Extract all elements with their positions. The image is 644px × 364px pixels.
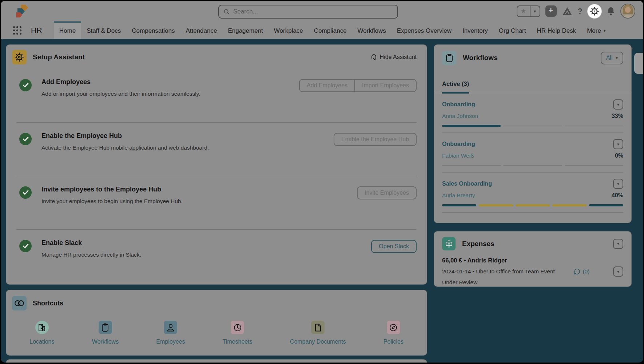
enable-employee-hub-button[interactable]: Enable the Employee Hub [334,133,417,146]
task-title: Enable Slack [41,239,141,247]
global-search [218,5,398,19]
check-circle-icon [19,79,32,91]
progress-bar [442,125,623,127]
plus-icon: + [549,6,553,15]
tab-expenses-overview[interactable]: Expenses Overview [391,21,457,39]
chevron-down-icon: ▾ [617,182,619,186]
tab-inventory[interactable]: Inventory [457,21,493,39]
shortcut-timesheets[interactable]: Timesheets [223,321,253,345]
workflows-title: Workflows [463,54,498,62]
task-title: Add Employees [41,78,200,86]
tab-compensations[interactable]: Compensations [126,21,180,39]
chevron-down-icon: ▾ [604,28,606,33]
app-label: HR [31,26,42,35]
chevron-down-icon: ▾ [617,269,619,274]
workflow-expand-button[interactable]: ▾ [613,139,623,149]
user-avatar[interactable] [620,4,635,19]
progress-bar [442,165,623,167]
task-description: Activate the Employee Hub mobile applica… [41,145,209,151]
shortcut-employees[interactable]: Employees [156,321,185,345]
tab-engagement[interactable]: Engagement [222,21,268,39]
check-circle-icon [19,186,32,199]
chevron-down-icon: ▾ [616,56,618,60]
setup-task-invite-employees: Invite employees to the Employee Hub Inv… [16,176,417,229]
check-circle-icon [19,240,32,252]
help-icon: ? [578,7,583,16]
expense-detail-line: 2024-01-14 • Uber to Office from Team Ev… [442,268,555,275]
setup-assistant-panel: Setup Assistant Hide Assistant Add Emplo… [6,44,427,285]
top-bar: ★ ▾ + ? [1,1,643,21]
task-description: Add or import your employees and their i… [41,91,200,97]
favorites-star-button[interactable]: ★ [517,6,530,16]
expenses-panel: Expenses ▾ 66,00 € • Andris Ridger 2024-… [434,231,632,287]
invite-employees-button[interactable]: Invite Employees [357,186,417,199]
person-icon [167,323,175,332]
setup-gear-icon [15,52,24,62]
expense-entry: 66,00 € • Andris Ridger 2024-01-14 • Ube… [434,250,631,286]
document-icon [314,323,322,332]
import-employees-button[interactable]: Import Employees [355,79,417,92]
building-icon [37,323,46,332]
star-icon: ★ [521,7,526,15]
tab-home[interactable]: Home [54,21,81,39]
gear-icon [590,7,599,16]
expenses-expand-button[interactable]: ▾ [613,239,623,249]
side-drawer-handle[interactable] [634,53,643,74]
progress-percent: 0% [615,153,623,159]
tab-compliance[interactable]: Compliance [309,21,352,39]
compass-icon [389,323,398,332]
clipboard-icon [445,54,453,63]
task-description: Invite your employees to begin using the… [41,198,183,205]
task-title: Invite employees to the Employee Hub [41,186,183,193]
check-circle-icon [19,133,32,145]
chevron-down-icon: ▾ [617,142,619,147]
favorites-caret-button[interactable]: ▾ [530,6,540,16]
shortcut-workflows[interactable]: Workflows [92,321,119,345]
nav-tabs: Home Staff & Docs Compensations Attendan… [54,21,611,39]
tab-hr-help-desk[interactable]: HR Help Desk [532,21,582,39]
progress-percent: 40% [612,192,623,199]
shortcut-policies[interactable]: Policies [383,321,404,345]
workflows-filter-dropdown[interactable]: All ▾ [601,52,623,64]
setup-task-enable-slack: Enable Slack Manage HR processes directl… [16,229,417,283]
tab-workplace[interactable]: Workplace [269,21,309,39]
expenses-tile [442,237,456,250]
notifications-button[interactable] [607,7,615,16]
quick-add-button[interactable]: + [545,5,557,17]
task-description: Manage HR processes directly in Slack. [41,252,141,258]
expense-expand-button[interactable]: ▾ [613,266,623,277]
expense-comments[interactable]: (0) [574,268,589,275]
add-employees-button[interactable]: Add Employees [299,79,355,92]
tab-more[interactable]: More▾ [581,21,611,39]
setup-task-enable-hub: Enable the Employee Hub Activate the Emp… [16,122,417,176]
setup-assistant-title: Setup Assistant [33,53,85,61]
shortcuts-tile [12,296,27,310]
workflow-expand-button[interactable]: ▾ [613,179,623,189]
settings-button-highlighted[interactable] [588,4,601,18]
marketplace-button[interactable] [562,7,573,16]
search-input[interactable] [233,8,393,15]
shortcut-company-documents[interactable]: Company Documents [290,321,346,345]
expense-receipt-icon [445,240,453,248]
clipboard-icon [101,323,109,332]
tab-staff-docs[interactable]: Staff & Docs [81,21,126,39]
tab-active-workflows[interactable]: Active (3) [442,80,469,94]
open-slack-button[interactable]: Open Slack [371,240,417,253]
task-title: Enable the Employee Hub [41,132,209,140]
expense-status: Under Review [442,279,623,286]
shortcut-locations[interactable]: Locations [29,321,55,345]
tab-workflows[interactable]: Workflows [352,21,391,39]
tab-attendance[interactable]: Attendance [180,21,222,39]
workflows-tile [442,51,456,65]
hide-assistant-button[interactable]: Hide Assistant [371,54,417,61]
kenjo-logo-icon[interactable] [15,4,31,19]
workflow-expand-button[interactable]: ▾ [613,99,623,110]
tab-org-chart[interactable]: Org Chart [493,21,532,39]
app-grid-icon[interactable] [13,26,21,35]
progress-bar [442,204,623,206]
hide-assistant-icon [371,54,377,61]
chevron-down-icon: ▾ [617,102,619,107]
workflow-item-auria: Sales Onboarding ▾ Auria Brearty 40% [442,172,623,218]
help-button[interactable]: ? [578,7,583,16]
bell-icon [607,7,615,16]
